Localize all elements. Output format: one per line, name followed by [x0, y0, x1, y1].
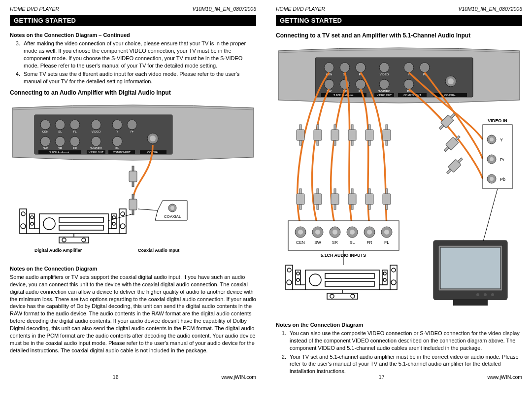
- label-fl: FL: [73, 130, 77, 133]
- svg-point-11: [112, 137, 122, 146]
- svg-point-72: [448, 78, 454, 84]
- svg-rect-108: [317, 189, 319, 194]
- svg-rect-91: [317, 140, 319, 145]
- svg-rect-168: [305, 270, 379, 290]
- svg-rect-127: [444, 147, 449, 152]
- label-pr: Pr: [131, 130, 133, 133]
- page-header: HOME DVD PLAYER V10M10_IM_EN_08072006: [276, 6, 522, 12]
- svg-rect-89: [314, 130, 322, 140]
- svg-text:Pb: Pb: [500, 177, 505, 182]
- note-item-4: Some TV sets use the different audio inp…: [22, 70, 256, 85]
- svg-point-154: [384, 230, 389, 235]
- notes-conn-title-r: Notes on the Connection Diagram: [276, 322, 522, 328]
- svg-point-40: [120, 224, 125, 229]
- label-sr: SR: [58, 147, 63, 150]
- svg-rect-103: [386, 140, 388, 145]
- label-videoout: VIDEO OUT: [89, 151, 104, 154]
- label-component: COMPONENT: [113, 151, 131, 154]
- svg-point-68: [356, 79, 366, 89]
- svg-rect-21: [129, 199, 137, 210]
- svg-point-179: [330, 294, 334, 298]
- page-footer: 17 www.jWIN.com: [266, 374, 532, 380]
- svg-line-52: [138, 209, 158, 210]
- svg-text:Y: Y: [500, 137, 503, 142]
- svg-point-55: [340, 63, 350, 72]
- svg-point-43: [82, 238, 86, 242]
- svg-rect-92: [331, 130, 339, 140]
- svg-point-70: [404, 79, 414, 89]
- svg-point-191: [484, 293, 487, 296]
- svg-rect-114: [351, 189, 353, 194]
- svg-rect-118: [368, 205, 370, 209]
- svg-rect-98: [366, 130, 373, 140]
- svg-rect-120: [386, 189, 388, 194]
- page-number: 17: [379, 374, 385, 380]
- svg-rect-115: [351, 205, 353, 209]
- svg-rect-100: [368, 140, 370, 145]
- svg-point-54: [324, 63, 334, 72]
- svg-text:SL: SL: [350, 240, 355, 245]
- digital-audio-diagram: CEN SL FL VIDEO Y Pr SW SR FR S-VIDEO Pb: [10, 103, 256, 256]
- svg-point-7: [40, 137, 50, 146]
- tv-icon: [433, 240, 507, 306]
- note1: You can also use the composite VIDEO con…: [288, 330, 522, 352]
- notes-continued-list: After making the video connection of you…: [10, 40, 256, 85]
- svg-text:Pr: Pr: [500, 157, 504, 162]
- svg-text:VIDEO: VIDEO: [380, 73, 389, 76]
- svg-point-29: [31, 216, 33, 219]
- video-in-title: VIDEO IN: [488, 118, 507, 123]
- header-product: HOME DVD PLAYER: [10, 6, 59, 12]
- svg-rect-93: [334, 125, 336, 130]
- svg-rect-117: [368, 189, 370, 194]
- label-video: VIDEO: [92, 130, 101, 133]
- svg-point-2: [55, 120, 65, 130]
- svg-rect-162: [286, 265, 293, 290]
- page-footer: 16 www.jWIN.com: [0, 374, 266, 380]
- svg-point-190: [476, 293, 479, 296]
- label-sl: SL: [58, 130, 62, 133]
- svg-rect-111: [334, 189, 336, 194]
- notes-continued-title: Notes on the Connection Diagram – Contin…: [10, 32, 256, 38]
- svg-point-59: [420, 63, 430, 72]
- svg-point-4: [91, 120, 101, 130]
- svg-point-58: [404, 63, 414, 72]
- svg-rect-101: [383, 130, 391, 140]
- svg-point-36: [112, 216, 115, 219]
- svg-point-133: [490, 137, 494, 141]
- svg-text:S-VIDEO: S-VIDEO: [378, 90, 391, 93]
- coaxial-callout-text: COAXIAL: [164, 214, 181, 219]
- svg-rect-175: [390, 265, 397, 290]
- svg-rect-124: [439, 125, 444, 130]
- page-number: 16: [113, 374, 119, 380]
- svg-text:SW: SW: [314, 240, 321, 245]
- svg-point-69: [379, 79, 389, 89]
- rca-connector-icon: [129, 194, 137, 215]
- footer-url: www.jWIN.com: [487, 374, 522, 380]
- svg-point-137: [490, 177, 494, 181]
- svg-point-153: [367, 230, 372, 235]
- svg-point-10: [91, 137, 101, 146]
- rca-connector-icon: [297, 125, 391, 145]
- svg-point-177: [391, 280, 396, 285]
- svg-rect-188: [440, 247, 500, 289]
- svg-rect-97: [351, 140, 353, 145]
- svg-point-51: [170, 206, 174, 210]
- label-sw: SW: [43, 147, 48, 150]
- svg-rect-19: [132, 166, 134, 171]
- svg-point-13: [150, 136, 156, 141]
- svg-point-174: [383, 278, 386, 281]
- svg-point-3: [70, 120, 80, 130]
- svg-text:FL: FL: [384, 240, 389, 245]
- header-product: HOME DVD PLAYER: [276, 6, 325, 12]
- svg-point-152: [350, 230, 355, 235]
- svg-rect-105: [299, 189, 301, 194]
- svg-rect-20: [132, 182, 134, 187]
- svg-rect-107: [314, 194, 322, 205]
- notes-conn-body: Some audio amplifiers or TV sets support…: [10, 274, 256, 354]
- svg-rect-38: [119, 209, 126, 234]
- section-title-bar: GETTING STARTED: [276, 15, 522, 26]
- svg-rect-189: [453, 300, 488, 306]
- svg-rect-130: [447, 169, 452, 174]
- svg-rect-90: [317, 125, 319, 130]
- svg-rect-95: [348, 130, 356, 140]
